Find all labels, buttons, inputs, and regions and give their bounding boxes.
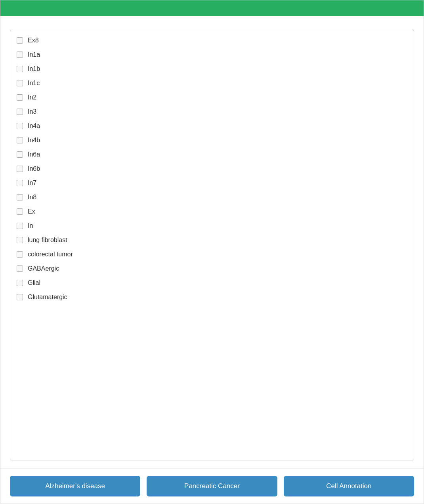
cell-label-in1b: In1b <box>28 65 40 73</box>
footer-buttons: Alzheimer's diseasePancreatic CancerCell… <box>0 468 424 504</box>
cell-label-ex: Ex <box>28 208 35 215</box>
cell-checkbox-in1c[interactable] <box>17 80 23 86</box>
app-container: Ex8In1aIn1bIn1cIn2In3In4aIn4bIn6aIn6bIn7… <box>0 0 424 504</box>
cell-label-gabaergic: GABAergic <box>28 265 59 272</box>
list-item[interactable]: In1a <box>10 48 414 62</box>
cell-checkbox-in1a[interactable] <box>17 52 23 58</box>
list-item[interactable]: In6a <box>10 147 414 162</box>
list-item[interactable]: GABAergic <box>10 262 414 276</box>
list-item[interactable]: Glial <box>10 276 414 290</box>
cell-label-in2: In2 <box>28 94 36 101</box>
list-item[interactable]: In2 <box>10 90 414 105</box>
cell-checkbox-in2[interactable] <box>17 94 23 101</box>
cell-checkbox-glial[interactable] <box>17 280 23 286</box>
cell-checkbox-in[interactable] <box>17 223 23 229</box>
list-item[interactable]: In3 <box>10 105 414 119</box>
list-item[interactable]: colorectal tumor <box>10 247 414 262</box>
cell-checkbox-lung-fibroblast[interactable] <box>17 237 23 243</box>
cell-checkbox-in4b[interactable] <box>17 137 23 143</box>
list-item[interactable]: In6b <box>10 162 414 176</box>
cell-label-glutamatergic: Glutamatergic <box>28 294 67 301</box>
list-item[interactable]: Glutamatergic <box>10 290 414 304</box>
cell-label-in: In <box>28 222 33 229</box>
list-item[interactable]: lung fibroblast <box>10 233 414 247</box>
pancreatic-button[interactable]: Pancreatic Cancer <box>147 476 277 496</box>
cell-checkbox-in6b[interactable] <box>17 166 23 172</box>
cell-label-ex8: Ex8 <box>28 37 39 44</box>
cell-label-glial: Glial <box>28 279 40 286</box>
cell-label-in7: In7 <box>28 179 36 187</box>
cell-label-in6b: In6b <box>28 165 40 172</box>
list-item[interactable]: Ex <box>10 204 414 219</box>
annotation-button[interactable]: Cell Annotation <box>284 476 414 496</box>
list-item[interactable]: In1b <box>10 62 414 76</box>
main-content: Ex8In1aIn1bIn1cIn2In3In4aIn4bIn6aIn6bIn7… <box>0 16 424 468</box>
cell-checkbox-in6a[interactable] <box>17 151 23 158</box>
cell-checkbox-in1b[interactable] <box>17 66 23 72</box>
cell-checkbox-gabaergic[interactable] <box>17 265 23 272</box>
cell-label-in6a: In6a <box>28 151 40 158</box>
alzheimers-button[interactable]: Alzheimer's disease <box>10 476 140 496</box>
cell-label-lung-fibroblast: lung fibroblast <box>28 237 67 244</box>
cell-label-in1a: In1a <box>28 51 40 58</box>
cell-checkbox-in7[interactable] <box>17 180 23 186</box>
list-item[interactable]: In7 <box>10 176 414 190</box>
cell-label-in4b: In4b <box>28 137 40 144</box>
list-item[interactable]: Ex8 <box>10 33 414 48</box>
header <box>0 0 424 16</box>
cell-checkbox-glutamatergic[interactable] <box>17 294 23 300</box>
cell-label-in4a: In4a <box>28 122 40 130</box>
cell-checkbox-in4a[interactable] <box>17 123 23 129</box>
cell-label-in8: In8 <box>28 194 36 201</box>
list-item[interactable]: In4a <box>10 119 414 133</box>
list-item[interactable]: In1c <box>10 76 414 90</box>
cell-label-in1c: In1c <box>28 80 40 87</box>
list-item[interactable]: In <box>10 219 414 233</box>
cell-checkbox-ex8[interactable] <box>17 37 23 44</box>
cell-checkbox-colorectal-tumor[interactable] <box>17 251 23 258</box>
list-item[interactable]: In8 <box>10 190 414 204</box>
cell-label-in3: In3 <box>28 108 36 115</box>
cell-label-colorectal-tumor: colorectal tumor <box>28 251 73 258</box>
cell-checkbox-in8[interactable] <box>17 194 23 200</box>
cell-list: Ex8In1aIn1bIn1cIn2In3In4aIn4bIn6aIn6bIn7… <box>10 30 414 460</box>
cell-checkbox-in3[interactable] <box>17 109 23 115</box>
cell-checkbox-ex[interactable] <box>17 208 23 215</box>
list-item[interactable]: In4b <box>10 133 414 147</box>
